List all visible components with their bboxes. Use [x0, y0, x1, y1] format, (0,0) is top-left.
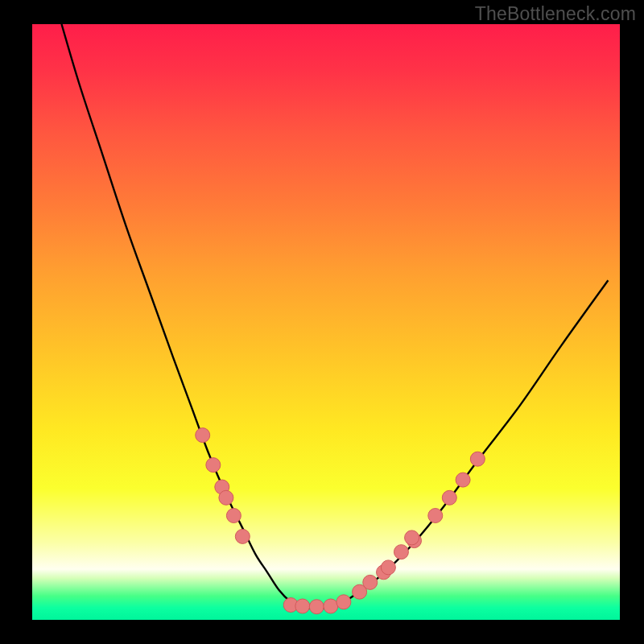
data-dot	[381, 560, 395, 575]
bottleneck-curve	[62, 24, 609, 609]
data-dot	[206, 458, 221, 473]
watermark-text: TheBottleneck.com	[475, 3, 636, 25]
plot-area	[32, 24, 620, 620]
data-dot	[295, 599, 310, 613]
data-dot	[470, 452, 485, 466]
data-dot	[442, 490, 456, 505]
data-dot	[324, 599, 338, 613]
chart-frame: TheBottleneck.com	[0, 0, 644, 644]
data-dot	[336, 595, 351, 609]
data-dot	[219, 490, 233, 505]
data-dot	[394, 545, 408, 559]
data-dot	[309, 600, 324, 614]
data-dot	[405, 530, 419, 545]
data-dot	[456, 473, 470, 487]
chart-svg	[32, 24, 620, 620]
curve-layer	[62, 24, 609, 609]
data-dot	[428, 509, 443, 523]
data-dot	[226, 509, 241, 523]
data-dot	[196, 428, 210, 443]
data-dot	[235, 529, 250, 543]
dots-layer	[196, 428, 485, 614]
data-dot	[363, 575, 378, 589]
